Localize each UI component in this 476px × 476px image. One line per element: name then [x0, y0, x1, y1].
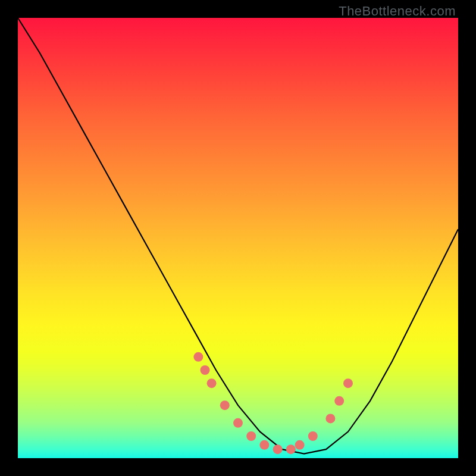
highlight-dot [273, 444, 283, 454]
bottleneck-curve [18, 18, 458, 454]
highlight-dot [308, 431, 318, 441]
highlight-dot [246, 431, 256, 441]
highlight-dot [201, 365, 210, 375]
curve-svg [18, 18, 458, 458]
highlight-dot [325, 414, 335, 423]
watermark-text: TheBottleneck.com [339, 4, 456, 19]
highlight-dot [193, 352, 203, 362]
highlight-dot [286, 444, 296, 454]
highlight-dot [259, 440, 269, 450]
highlight-dot [207, 378, 217, 388]
highlight-dot [233, 418, 243, 428]
highlight-dots [193, 352, 353, 454]
highlight-dot [220, 400, 230, 410]
highlight-dot [334, 396, 344, 406]
plot-area [18, 18, 458, 458]
highlight-dot [295, 440, 305, 450]
chart-frame: TheBottleneck.com [0, 0, 476, 476]
highlight-dot [343, 378, 353, 388]
